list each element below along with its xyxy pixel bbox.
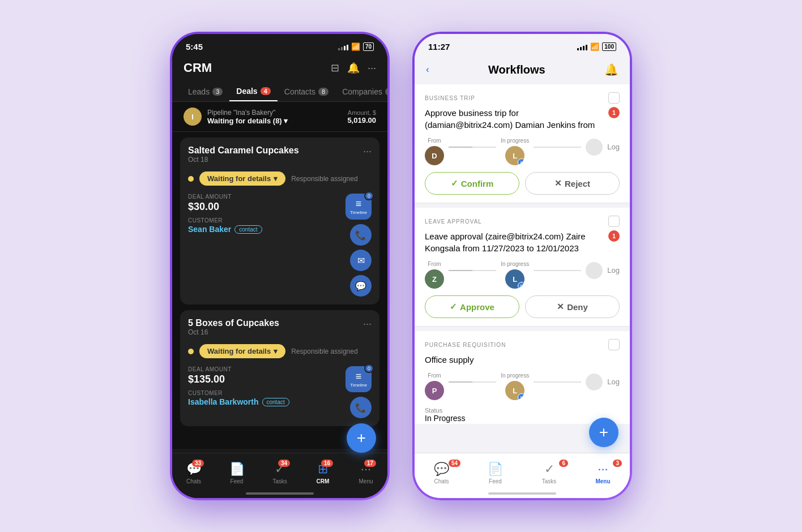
- left-phone: 5:45 📶 70 CRM ⊟ 🔔 ···: [170, 32, 390, 500]
- add-fab-left[interactable]: +: [347, 423, 376, 453]
- status-pill-1[interactable]: Waiting for details ▾: [199, 171, 285, 186]
- log-link-3[interactable]: Log: [607, 377, 620, 386]
- crm-tabs: Leads 3 Deals 4 Contacts 8 Companies 1: [172, 82, 387, 102]
- wf-category-3: PURCHASE REQUISITION: [425, 339, 620, 350]
- nav-feed-left[interactable]: 📄 Feed: [215, 462, 258, 484]
- battery-left: 70: [363, 42, 374, 51]
- filter-icon[interactable]: ⊟: [331, 62, 339, 74]
- tab-contacts[interactable]: Contacts 8: [278, 82, 335, 101]
- flow-circle-1: [586, 139, 603, 156]
- deal-status-row-1: Waiting for details ▾ Responsible assign…: [188, 171, 372, 186]
- leads-badge: 3: [212, 88, 223, 96]
- from-item-3: From P: [425, 372, 444, 400]
- nav-chats-left[interactable]: 33 💬 Chats: [172, 462, 215, 484]
- in-progress-avatar-1: L L: [505, 146, 524, 165]
- wf-actions-1: ✓ Confirm ✕ Reject: [425, 172, 620, 195]
- wifi-icon-right: 📶: [590, 42, 599, 51]
- notifications-icon[interactable]: 🔔: [347, 62, 360, 74]
- more-icon[interactable]: ···: [368, 62, 376, 74]
- wf-description-2: Leave approval (zaire@bitrix24.com) Zair…: [425, 230, 603, 254]
- deal-menu-1[interactable]: ···: [363, 145, 372, 157]
- confirm-button[interactable]: ✓ Confirm: [425, 172, 519, 195]
- email-btn-1[interactable]: ✉: [350, 250, 372, 271]
- nav-chats-right[interactable]: 54 💬 Chats: [415, 462, 468, 484]
- customer-name-1[interactable]: Sean Baker: [188, 225, 231, 234]
- back-button[interactable]: ‹: [426, 64, 429, 75]
- nav-tasks-right[interactable]: 6 ✓ Tasks: [522, 462, 576, 484]
- customer-label-2: CUSTOMER: [188, 390, 340, 396]
- approve-button[interactable]: ✓ Approve: [425, 295, 519, 318]
- nav-feed-right[interactable]: 📄 Feed: [468, 462, 522, 484]
- wf-checkbox-2[interactable]: [608, 216, 620, 227]
- deal-date-1: Oct 18: [188, 156, 299, 164]
- tab-leads[interactable]: Leads 3: [181, 82, 229, 101]
- menu-label-right: Menu: [595, 478, 610, 484]
- avatar-badge-1: L: [518, 158, 524, 165]
- deal-card-2: 5 Boxes of Cupcakes Oct 16 ··· Waiting f…: [180, 310, 379, 426]
- timeline-badge-1: 0: [364, 191, 374, 200]
- nav-crm-left[interactable]: 16 ⊞ CRM: [301, 462, 344, 484]
- feed-label-left: Feed: [231, 478, 244, 484]
- timeline-btn-2[interactable]: 0 ≡ Timeline: [345, 366, 372, 392]
- nav-menu-left[interactable]: 17 ··· Menu: [344, 462, 387, 484]
- nav-menu-right[interactable]: 3 ··· Menu: [576, 462, 630, 484]
- tasks-icon-right: ✓: [544, 462, 554, 477]
- time-right: 11:27: [428, 42, 450, 52]
- timeline-btn-1[interactable]: 0 ≡ Timeline: [345, 194, 372, 220]
- wf-checkbox-3[interactable]: [608, 339, 620, 350]
- reject-button[interactable]: ✕ Reject: [525, 172, 620, 195]
- wf-status-section: Status In Progress: [425, 407, 620, 423]
- wf-count-2: 1: [608, 230, 620, 242]
- time-left: 5:45: [186, 42, 203, 52]
- deal-card-1: Salted Caramel Cupcakes Oct 18 ··· Waiti…: [180, 138, 379, 304]
- status-icons-right: 📶 100: [577, 42, 616, 51]
- chat-btn-1[interactable]: 💬: [350, 275, 372, 297]
- workflows-list: BUSINESS TRIP Approve business trip for …: [415, 84, 630, 424]
- menu-badge-left: 17: [364, 460, 376, 467]
- workflow-card-1: BUSINESS TRIP Approve business trip for …: [415, 84, 630, 203]
- bell-icon[interactable]: 🔔: [604, 63, 618, 76]
- crm-header-icons: ⊟ 🔔 ···: [331, 62, 376, 74]
- deal-name-2: 5 Boxes of Cupcakes: [188, 318, 279, 328]
- wf-checkbox-1[interactable]: [608, 92, 620, 104]
- add-fab-right[interactable]: +: [589, 418, 618, 447]
- chats-icon-right: 💬: [434, 462, 449, 477]
- flow-circle-3: [586, 374, 603, 391]
- pipeline-amount: 5,019.00: [347, 116, 376, 125]
- timeline-text-2: Timeline: [350, 383, 367, 388]
- avatar-badge-2: L: [518, 282, 524, 289]
- from-item-2: From Z: [425, 261, 444, 289]
- contact-badge-1[interactable]: contact: [234, 225, 262, 234]
- right-phone: 11:27 📶 100 ‹ Workflows 🔔: [412, 32, 632, 500]
- tab-companies[interactable]: Companies 1: [335, 82, 387, 101]
- customer-name-2[interactable]: Isabella Barkworth: [188, 397, 259, 406]
- wf-flow-3: From P In progress L L Log: [425, 372, 620, 400]
- pipeline-name: Pipeline "Ina's Bakery": [207, 109, 288, 117]
- deny-button[interactable]: ✕ Deny: [525, 295, 620, 318]
- wf-actions-2: ✓ Approve ✕ Deny: [425, 295, 620, 318]
- tasks-badge-left: 34: [278, 460, 290, 467]
- call-btn-1[interactable]: 📞: [350, 224, 372, 246]
- deals-badge: 4: [261, 87, 271, 95]
- from-item-1: From D: [425, 138, 444, 165]
- deal-menu-2[interactable]: ···: [363, 318, 372, 330]
- x-icon-1: ✕: [554, 178, 562, 188]
- feed-icon-right: 📄: [488, 462, 503, 477]
- checkmark-icon-1: ✓: [451, 178, 458, 188]
- companies-badge: 1: [385, 88, 387, 96]
- log-link-2[interactable]: Log: [607, 266, 620, 274]
- amount-label: Amount, $: [347, 109, 376, 116]
- responsible-2: Responsible assigned: [291, 347, 357, 355]
- nav-tasks-left[interactable]: 34 ✓ Tasks: [258, 462, 301, 484]
- tab-deals[interactable]: Deals 4: [229, 82, 277, 101]
- contact-badge-2[interactable]: contact: [262, 398, 289, 406]
- log-link-1[interactable]: Log: [607, 143, 620, 151]
- workflow-card-3: PURCHASE REQUISITION Office supply From …: [415, 331, 630, 424]
- status-pill-2[interactable]: Waiting for details ▾: [199, 344, 285, 358]
- flow-line-3b: [534, 381, 581, 383]
- back-chevron-icon: ‹: [426, 64, 429, 75]
- status-dot-2: [188, 349, 194, 354]
- deals-list: Salted Caramel Cupcakes Oct 18 ··· Waiti…: [172, 132, 387, 449]
- pipeline-row[interactable]: I Pipeline "Ina's Bakery" Waiting for de…: [172, 102, 387, 132]
- call-btn-2[interactable]: 📞: [350, 397, 372, 418]
